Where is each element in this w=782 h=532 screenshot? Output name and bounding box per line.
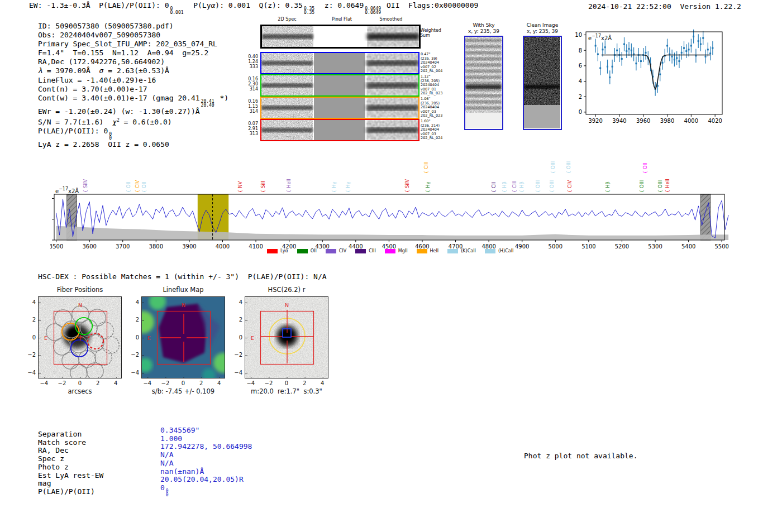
spectrum-line-label-hβ: { Hβ bbox=[519, 181, 524, 193]
spectrum-line-label-hβ: { Hβ bbox=[605, 181, 611, 193]
match-label-6: mag bbox=[38, 480, 103, 488]
svg-text:E: E bbox=[251, 335, 254, 341]
svg-text:4000: 4000 bbox=[216, 243, 230, 250]
elixer-report-page: EW: -1.3±-0.3Å P(LAE)/P(OII): 000.001 P(… bbox=[0, 0, 782, 532]
legend-item-2: CIV bbox=[326, 248, 346, 253]
cutout-ytick: −4 bbox=[228, 370, 242, 376]
svg-text:E: E bbox=[147, 335, 151, 341]
clean-image-title: Clean Imagex, y: 235, 39 bbox=[527, 22, 559, 34]
legend-label: CIV bbox=[339, 248, 346, 253]
info-line-6: LineFlux = -1.40(±0.29)e-16 bbox=[38, 76, 228, 85]
svg-text:5500: 5500 bbox=[715, 243, 729, 250]
legend-swatch bbox=[417, 249, 427, 253]
svg-text:10: 10 bbox=[575, 32, 582, 38]
cutout-xtick: 0 bbox=[182, 380, 185, 386]
svg-text:3700: 3700 bbox=[116, 243, 130, 250]
header-summary-line: EW: -1.3±-0.3Å P(LAE)/P(OII): 000.001 P(… bbox=[29, 1, 478, 15]
spec2d-row-left-label-0: 0.401.24333 bbox=[244, 54, 258, 69]
cutout-xtick: −4 bbox=[246, 380, 255, 386]
svg-text:5200: 5200 bbox=[615, 243, 629, 250]
cutout-xtick: 0 bbox=[78, 380, 82, 386]
legend-swatch bbox=[267, 249, 278, 253]
spectrum-line-label-civ: { CIV bbox=[135, 180, 140, 193]
legend-label: HeII bbox=[430, 248, 439, 253]
spec2d-strip bbox=[261, 53, 418, 73]
cutout-ytick: 0 bbox=[125, 334, 139, 341]
legend-swatch bbox=[385, 249, 395, 253]
cutout-xtick: −4 bbox=[143, 380, 151, 386]
svg-text:8: 8 bbox=[579, 47, 582, 54]
spec2d-strip bbox=[261, 120, 418, 140]
match-label-3: Spec z bbox=[38, 455, 103, 463]
legend-label: (H)CaII bbox=[498, 248, 513, 253]
spec2d-col-title-2: Smoothed bbox=[380, 17, 403, 22]
spectrum-line-label-siiv: { SiIV bbox=[83, 179, 88, 193]
cutout-xtick: 0 bbox=[285, 380, 288, 386]
svg-text:5100: 5100 bbox=[581, 243, 595, 250]
match-label-1: Match score bbox=[38, 439, 103, 447]
fiber-positions-svg: NE bbox=[39, 297, 121, 378]
cutout-ytick: −2 bbox=[228, 352, 242, 358]
info-line-12: LyA z = 2.2658 OII z = 0.0650 bbox=[38, 140, 228, 149]
spec2d-row-0 bbox=[260, 52, 419, 74]
spectrum-line-label-hγ: { Hγ bbox=[331, 181, 337, 193]
legend-item-4: MgII bbox=[385, 248, 408, 253]
spectrum-line-label-civ: { CIV bbox=[567, 180, 573, 193]
svg-text:3600: 3600 bbox=[82, 243, 96, 250]
cutout-xtick: −2 bbox=[161, 380, 170, 386]
spectrum-line-label-heii: { HeII bbox=[665, 179, 670, 193]
spectrum-line-label-nv: { NV bbox=[237, 181, 243, 193]
match-value-4: N/A bbox=[160, 459, 252, 468]
svg-text:4000: 4000 bbox=[684, 118, 698, 124]
cutout-xtick: 4 bbox=[114, 380, 117, 386]
with-sky-svg bbox=[465, 37, 502, 128]
spec2d-strip bbox=[262, 26, 419, 47]
hscdex-match-line: HSC-DEX : Possible Matches = 1 (within +… bbox=[38, 272, 327, 281]
spec2d-row-2 bbox=[260, 97, 419, 119]
svg-text:3920: 3920 bbox=[588, 118, 602, 124]
spectrum-line-label-hβ: { Hβ bbox=[502, 181, 507, 193]
info-line-0: ID: 5090057380 (5090057380.pdf) bbox=[38, 22, 228, 31]
lineflux-map-svg: NE bbox=[142, 297, 225, 378]
cutout-ytick: 2 bbox=[228, 317, 242, 323]
spec2d-weighted-row bbox=[260, 25, 421, 49]
with-sky-title: With Skyx, y: 235, 39 bbox=[468, 22, 499, 34]
match-value-3: N/A bbox=[160, 451, 252, 459]
svg-text:6: 6 bbox=[579, 63, 582, 69]
spectrum-line-label-siii: { SiII bbox=[260, 181, 266, 193]
spectrum-line-label-oiii: { OIII bbox=[550, 161, 556, 174]
cutout-xlabel-1: s/b: -7.45 +/- 0.109 bbox=[152, 387, 214, 395]
svg-text:3980: 3980 bbox=[660, 118, 674, 124]
with-sky-image bbox=[464, 36, 503, 130]
legend-item-1: OII bbox=[297, 248, 317, 253]
spectrum-line-label-ciii: { CIII bbox=[512, 180, 517, 193]
clean-image-svg bbox=[524, 37, 560, 128]
svg-text:5000: 5000 bbox=[549, 243, 562, 250]
svg-text:5400: 5400 bbox=[681, 243, 695, 250]
header-version-gap bbox=[671, 2, 680, 11]
match-value-5: nan(±nan)Å bbox=[160, 468, 252, 476]
spec2d-row-right-label-1: 1.12"(236, 205)20240404v007_01202_RL_023 bbox=[421, 75, 442, 96]
match-table-labels: SeparationMatch scoreRA, DecSpec zPhoto … bbox=[38, 430, 103, 496]
cutout-title-0: Fiber Positions bbox=[57, 286, 103, 294]
clean-image-image bbox=[523, 36, 562, 130]
svg-text:2: 2 bbox=[579, 94, 582, 100]
info-line-9: EWr = -1.20(±0.24) (w: -1.30(±0.27))Å bbox=[38, 107, 228, 116]
cutout-ytick: −4 bbox=[21, 370, 36, 376]
spec2d-row-left-label-2: 0.161.15314 bbox=[244, 99, 258, 114]
cutout-xtick: −2 bbox=[265, 380, 273, 386]
cutout-ytick: −4 bbox=[125, 370, 139, 376]
svg-text:3940: 3940 bbox=[612, 118, 626, 124]
legend-label: CIII bbox=[369, 248, 376, 253]
info-line-8: Cont(w) = 3.40(±0.01)e-17 (gmag 20.4120.… bbox=[38, 94, 228, 107]
spectrum-line-label-oii: { OII bbox=[141, 181, 147, 193]
info-line-10: S/N = 7.7(±1.6) χ2 = 0.6(±0.0) bbox=[38, 116, 228, 127]
spectrum-line-label-oiii: { OIII bbox=[549, 180, 555, 193]
cutout-image-2: NE bbox=[245, 296, 328, 378]
spectrum-line-label-ciii: { CIII bbox=[423, 161, 429, 174]
svg-text:0: 0 bbox=[579, 109, 582, 115]
legend-label: OII bbox=[311, 248, 317, 253]
legend-label: Lyα bbox=[280, 248, 288, 253]
cutout-xtick: 4 bbox=[217, 380, 221, 386]
cutout-xtick: 4 bbox=[321, 380, 324, 386]
